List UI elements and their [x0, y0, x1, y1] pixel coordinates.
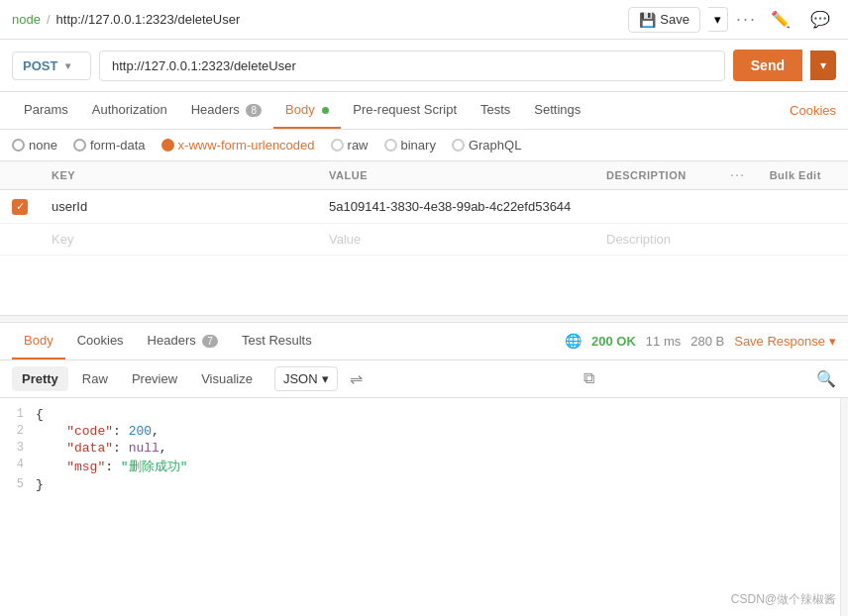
title-slash: / — [47, 12, 51, 27]
tab-body[interactable]: Body — [273, 92, 341, 129]
code-line-2: 2 "code": 200, — [0, 423, 840, 440]
th-key: KEY — [40, 161, 317, 190]
response-tabs: Body Cookies Headers 7 Test Results 🌐 20… — [0, 323, 848, 360]
row-checkbox[interactable]: ✓ — [0, 190, 40, 224]
tab-settings[interactable]: Settings — [522, 92, 592, 129]
save-response-arrow: ▾ — [829, 334, 836, 349]
send-arrow-button[interactable]: ▾ — [810, 51, 836, 80]
resp-headers-badge: 7 — [202, 335, 218, 348]
format-select-label: JSON — [283, 371, 318, 386]
save-button[interactable]: 💾 Save — [628, 7, 700, 33]
radio-graphql-label: GraphQL — [469, 138, 521, 153]
app-root: node / http://127.0.0.1:2323/deleteUser … — [0, 0, 848, 616]
tab-params[interactable]: Params — [12, 92, 80, 129]
search-icon-button[interactable]: 🔍 — [816, 369, 836, 388]
status-bytes: 280 B — [690, 334, 724, 349]
edit-icon-button[interactable]: ✏️ — [765, 6, 796, 33]
status-ok: 200 OK — [591, 334, 636, 349]
code-area: 1 { 2 "code": 200, 3 "data": null, 4 "ms… — [0, 398, 848, 617]
copy-icon-button[interactable]: ⧉ — [583, 369, 594, 387]
tab-authorization[interactable]: Authorization — [80, 92, 179, 129]
radio-x-www[interactable]: x-www-form-urlencoded — [161, 138, 315, 153]
save-response-button[interactable]: Save Response ▾ — [734, 334, 836, 349]
checkbox-checked-icon: ✓ — [12, 199, 28, 215]
resp-format-bar: Pretty Raw Preview Visualize JSON ▾ ⇌ ⧉ … — [0, 360, 848, 398]
save-response-label: Save Response — [734, 334, 825, 349]
empty-key[interactable]: Key — [40, 223, 317, 255]
code-line-1: 1 { — [0, 406, 840, 423]
send-button[interactable]: Send — [733, 50, 802, 81]
row-extra — [758, 190, 848, 224]
resp-tab-cookies[interactable]: Cookies — [65, 323, 136, 359]
radio-raw[interactable]: raw — [331, 138, 369, 153]
save-arrow-button[interactable]: ▾ — [708, 7, 728, 32]
cookies-link[interactable]: Cookies — [790, 103, 836, 118]
status-time: 11 ms — [646, 334, 681, 349]
body-dot — [322, 107, 329, 114]
kv-table-section: KEY VALUE DESCRIPTION ··· Bulk Edit ✓ us… — [0, 161, 848, 256]
method-arrow-icon: ▾ — [65, 60, 70, 71]
th-value: VALUE — [317, 161, 594, 190]
empty-checkbox — [0, 223, 40, 255]
th-bulk-edit[interactable]: Bulk Edit — [758, 161, 848, 190]
table-row: ✓ userId 5a109141-3830-4e38-99ab-4c22efd… — [0, 190, 848, 224]
empty-extra — [758, 223, 848, 255]
method-select[interactable]: POST ▾ — [12, 51, 91, 80]
radio-form-data[interactable]: form-data — [73, 138, 146, 153]
format-tab-visualize[interactable]: Visualize — [191, 366, 263, 391]
radio-none-label: none — [29, 138, 57, 153]
row-value[interactable]: 5a109141-3830-4e38-99ab-4c22efd53644 — [317, 190, 594, 224]
section-divider — [0, 315, 848, 323]
empty-dots — [719, 223, 758, 255]
resp-tab-body[interactable]: Body — [12, 323, 65, 359]
radio-form-data-icon — [73, 139, 86, 152]
resp-status-row: 🌐 200 OK 11 ms 280 B Save Response ▾ — [565, 333, 836, 349]
globe-icon: 🌐 — [565, 333, 582, 349]
resp-tab-test-results[interactable]: Test Results — [230, 323, 324, 359]
row-key[interactable]: userId — [40, 190, 317, 224]
format-select[interactable]: JSON ▾ — [274, 366, 338, 391]
tab-tests[interactable]: Tests — [469, 92, 522, 129]
code-line-3: 3 "data": null, — [0, 440, 840, 457]
watermark: CSDN@做个辣椒酱 — [731, 591, 836, 608]
wrap-icon[interactable]: ⇌ — [350, 369, 363, 388]
radio-raw-icon — [331, 139, 344, 152]
more-options-button[interactable]: ··· — [736, 9, 757, 30]
code-line-5: 5 } — [0, 476, 840, 493]
radio-binary-label: binary — [401, 138, 436, 153]
tab-headers[interactable]: Headers 8 — [179, 92, 273, 129]
headers-badge: 8 — [246, 104, 262, 117]
radio-form-data-label: form-data — [90, 138, 146, 153]
title-bar: node / http://127.0.0.1:2323/deleteUser … — [0, 0, 848, 40]
method-label: POST — [23, 58, 57, 73]
comment-icon-button[interactable]: 💬 — [804, 6, 836, 33]
save-label: Save — [660, 12, 689, 27]
response-section: Body Cookies Headers 7 Test Results 🌐 20… — [0, 323, 848, 617]
table-empty-row: Key Value Description — [0, 223, 848, 255]
tab-prerequest[interactable]: Pre-request Script — [341, 92, 469, 129]
format-tab-raw[interactable]: Raw — [72, 366, 118, 391]
radio-binary[interactable]: binary — [384, 138, 436, 153]
url-input[interactable] — [99, 51, 725, 81]
th-description: DESCRIPTION — [594, 161, 719, 190]
format-tab-pretty[interactable]: Pretty — [12, 366, 68, 391]
row-dots — [719, 190, 758, 224]
radio-graphql[interactable]: GraphQL — [452, 138, 521, 153]
resp-tab-headers[interactable]: Headers 7 — [136, 323, 230, 359]
row-description[interactable] — [594, 190, 719, 224]
title-node: node — [12, 12, 41, 27]
radio-x-www-icon — [161, 139, 174, 152]
format-tab-preview[interactable]: Preview — [122, 366, 187, 391]
radio-none[interactable]: none — [12, 138, 57, 153]
scrollbar-track[interactable] — [840, 398, 848, 617]
kv-table: KEY VALUE DESCRIPTION ··· Bulk Edit ✓ us… — [0, 161, 848, 256]
th-checkbox — [0, 161, 40, 190]
request-tabs: Params Authorization Headers 8 Body Pre-… — [0, 92, 848, 130]
radio-x-www-label: x-www-form-urlencoded — [178, 138, 315, 153]
empty-desc[interactable]: Description — [594, 223, 719, 255]
url-bar: POST ▾ Send ▾ — [0, 40, 848, 92]
empty-value[interactable]: Value — [317, 223, 594, 255]
spacer — [0, 256, 848, 315]
th-dots: ··· — [719, 161, 758, 190]
radio-binary-icon — [384, 139, 397, 152]
